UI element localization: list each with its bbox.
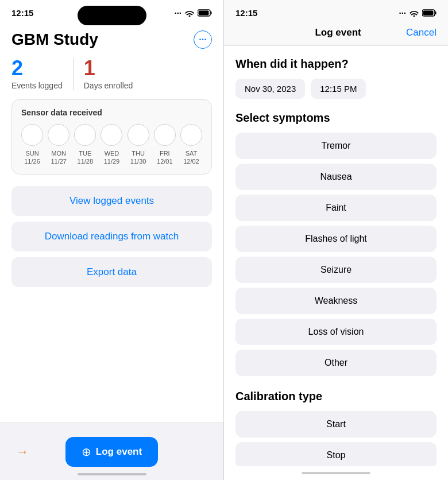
day-mon: MON11/27: [48, 124, 69, 166]
day-label-sun: SUN11/26: [24, 149, 40, 166]
day-label-fri: FRI12/01: [157, 149, 173, 166]
day-circle-thu: [128, 124, 149, 146]
day-circle-wed: [101, 124, 122, 146]
right-panel: 12:15 ··· Log event Cancel When did it h…: [224, 0, 448, 480]
calibration-start[interactable]: Start: [235, 411, 437, 438]
days-count: 1: [84, 58, 133, 79]
dynamic-island: [78, 6, 146, 25]
day-label-mon: MON11/27: [51, 149, 67, 166]
log-event-label: Log event: [96, 446, 142, 458]
day-fri: FRI12/01: [154, 124, 176, 166]
when-heading: When did it happen?: [235, 57, 437, 71]
left-time: 12:15: [11, 8, 33, 18]
ellipsis-icon: ···: [199, 34, 206, 45]
home-indicator-right: [224, 466, 448, 480]
arrow-icon: →: [16, 444, 29, 459]
bottom-bar: → ⊕ Log event: [0, 423, 223, 480]
days-row: SUN11/26 MON11/27 TUE11/28 WED11/29 THU1…: [21, 124, 202, 166]
day-label-sat: SAT12/02: [183, 149, 199, 166]
days-enrolled-stat: 1 Days enrolled: [84, 58, 133, 90]
right-time: 12:15: [235, 8, 257, 18]
home-bar: [302, 472, 370, 474]
plus-icon: ⊕: [82, 445, 91, 459]
day-label-wed: WED11/29: [104, 149, 120, 166]
right-dots-icon: ···: [399, 8, 406, 18]
download-readings-button[interactable]: Download readings from watch: [11, 222, 212, 251]
wifi-icon: [185, 10, 194, 17]
stats-divider: [73, 58, 74, 90]
day-circle-sun: [21, 124, 43, 146]
dots-icon: ···: [174, 8, 181, 18]
events-label: Events logged: [11, 81, 63, 90]
day-label-thu: THU11/30: [130, 149, 146, 166]
svg-rect-1: [211, 11, 212, 14]
symptom-weakness[interactable]: Weakness: [235, 288, 437, 314]
nav-title: Log event: [315, 27, 361, 38]
right-nav: Log event Cancel: [224, 21, 448, 46]
symptom-flashes[interactable]: Flashes of light: [235, 226, 437, 252]
app-header: GBM Study ···: [11, 30, 212, 49]
symptom-tremor[interactable]: Tremor: [235, 133, 437, 159]
right-status-bar: 12:15 ···: [224, 0, 448, 21]
cancel-button[interactable]: Cancel: [406, 27, 437, 38]
right-content: When did it happen? Nov 30, 2023 12:15 P…: [224, 46, 448, 466]
sensor-card: Sensor data received SUN11/26 MON11/27 T…: [11, 99, 212, 175]
day-circle-sat: [180, 124, 202, 146]
menu-button[interactable]: ···: [194, 30, 212, 49]
view-logged-events-button[interactable]: View logged events: [11, 186, 212, 216]
left-panel: 12:15 ··· GBM Study ··· 2: [0, 0, 224, 480]
day-circle-mon: [48, 124, 69, 146]
day-thu: THU11/30: [128, 124, 149, 166]
left-content: GBM Study ··· 2 Events logged 1 Days enr…: [0, 21, 223, 423]
action-buttons: View logged events Download readings fro…: [11, 186, 212, 287]
left-status-bar: 12:15 ···: [0, 0, 223, 21]
symptoms-heading: Select symptoms: [235, 111, 437, 125]
day-wed: WED11/29: [101, 124, 122, 166]
right-status-icons: ···: [399, 8, 437, 18]
date-chip[interactable]: Nov 30, 2023: [235, 79, 305, 99]
events-count: 2: [11, 58, 63, 79]
calibration-stop[interactable]: Stop: [235, 442, 437, 466]
left-status-icons: ···: [174, 8, 212, 18]
calibration-list: Start Stop: [235, 411, 437, 466]
day-sun: SUN11/26: [21, 124, 43, 166]
day-circle-fri: [154, 124, 176, 146]
right-wifi-icon: [410, 10, 419, 17]
svg-rect-2: [199, 11, 209, 16]
stats-row: 2 Events logged 1 Days enrolled: [11, 58, 212, 90]
symptom-seizure[interactable]: Seizure: [235, 257, 437, 283]
right-battery-icon: [422, 9, 437, 17]
svg-rect-5: [423, 11, 434, 16]
svg-rect-4: [435, 11, 437, 14]
symptom-other[interactable]: Other: [235, 350, 437, 376]
symptom-faint[interactable]: Faint: [235, 195, 437, 221]
day-sat: SAT12/02: [180, 124, 202, 166]
app-title: GBM Study: [11, 30, 98, 49]
export-data-button[interactable]: Export data: [11, 257, 212, 287]
time-chip[interactable]: 12:15 PM: [311, 79, 366, 99]
symptom-loss-of-vision[interactable]: Loss of vision: [235, 319, 437, 345]
sensor-title: Sensor data received: [21, 108, 202, 117]
battery-icon: [198, 9, 212, 17]
date-time-row: Nov 30, 2023 12:15 PM: [235, 79, 437, 99]
log-event-button[interactable]: ⊕ Log event: [65, 437, 158, 467]
symptom-list: Tremor Nausea Faint Flashes of light Sei…: [235, 133, 437, 376]
home-indicator-left: [78, 473, 146, 475]
day-tue: TUE11/28: [74, 124, 96, 166]
symptom-nausea[interactable]: Nausea: [235, 164, 437, 190]
days-label: Days enrolled: [84, 81, 133, 90]
day-label-tue: TUE11/28: [78, 149, 94, 166]
calibration-heading: Calibration type: [235, 390, 437, 403]
day-circle-tue: [74, 124, 96, 146]
events-logged-stat: 2 Events logged: [11, 58, 63, 90]
